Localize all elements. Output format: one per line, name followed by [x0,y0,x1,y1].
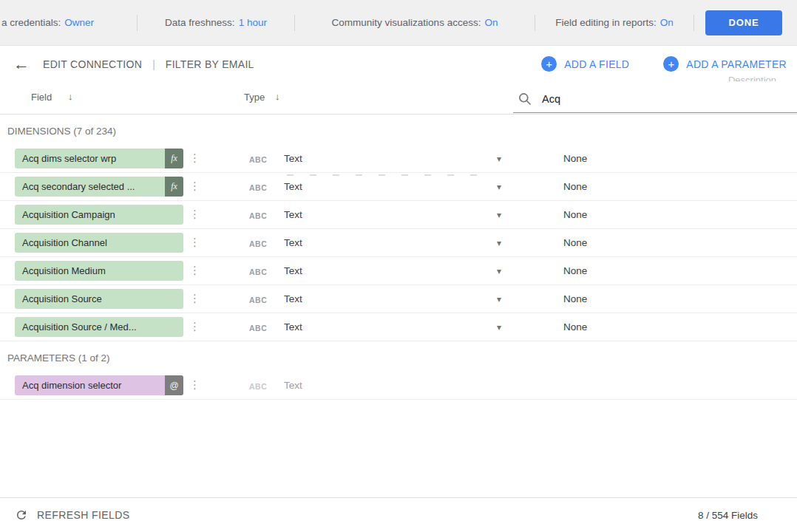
field-name: Acquisition Source / Med... [15,321,183,332]
refresh-icon [15,508,28,522]
field-editing-value[interactable]: On [660,17,674,28]
type-value: Text [284,209,302,220]
field-list: DIMENSIONS (7 of 234) Acq dims selector … [0,115,797,400]
type-dropdown-icon[interactable]: ▾ [497,238,501,248]
done-button[interactable]: DONE [705,10,782,35]
field-row: Acq dims selector wrp fx ⋮ ABC Text ▾ No… [0,145,797,173]
row-menu-icon[interactable]: ⋮ [189,180,200,191]
field-column-header: Field [31,92,52,103]
type-dropdown-icon[interactable]: ▾ [497,210,501,220]
field-name: Acquisition Source [15,293,183,304]
type-column-header: Type [244,92,265,103]
edit-connection-link[interactable]: EDIT CONNECTION [43,58,142,70]
text-type-abc-icon: ABC [249,211,267,220]
aggregation-value: None [563,237,587,248]
credentials-setting[interactable]: a credentials: Owner [0,17,137,28]
data-freshness-setting[interactable]: Data freshness: 1 hour [138,17,294,28]
field-name: Acquisition Channel [15,237,183,248]
add-a-field-button[interactable]: + ADD A FIELD [541,56,629,72]
field-count: 8 / 554 Fields [698,510,758,521]
community-viz-label: Community visualizations access: [332,17,481,28]
type-value: Text [284,321,302,332]
type-value: Text [284,380,302,391]
refresh-fields-label: REFRESH FIELDS [37,509,129,521]
filter-by-email-link[interactable]: FILTER BY EMAIL [166,58,254,70]
search-input[interactable] [542,93,797,105]
parameters-section-title: PARAMETERS (1 of 2) [0,341,797,372]
field-chip[interactable]: Acq secondary selected ... fx [15,177,183,197]
field-chip[interactable]: Acquisition Campaign [15,205,183,225]
type-sort-icon[interactable]: ↓ [275,91,280,102]
type-dropdown-icon[interactable]: ▾ [497,294,501,304]
table-header-row: Field ↓ Type ↓ [0,81,797,115]
community-viz-value[interactable]: On [484,17,498,28]
field-chip[interactable]: Acquisition Medium [15,261,183,281]
search-icon [518,92,532,106]
add-a-parameter-button[interactable]: + ADD A PARAMETER [663,56,787,72]
data-source-editor: a credentials: Owner Data freshness: 1 h… [0,0,797,532]
row-menu-icon[interactable]: ⋮ [189,236,200,248]
toolbar-separator: | [152,58,155,70]
field-editing-setting[interactable]: Field editing in reports: On [535,17,693,28]
type-dropdown-icon[interactable]: ▾ [497,154,501,164]
text-type-abc-icon: ABC [249,239,267,248]
text-type-abc-icon: ABC [249,267,267,276]
field-name: Acq dims selector wrp [15,153,165,164]
text-type-abc-icon: ABC [249,324,267,332]
text-type-abc-icon: ABC [249,183,267,192]
aggregation-value: None [563,265,587,276]
settings-topbar: a credentials: Owner Data freshness: 1 h… [0,0,797,46]
field-name: Acquisition Campaign [15,209,183,220]
field-chip[interactable]: Acquisition Source [15,289,183,309]
parameter-chip[interactable]: Acq dimension selector @ [15,375,183,395]
community-viz-setting[interactable]: Community visualizations access: On [295,17,535,28]
row-menu-icon[interactable]: ⋮ [189,293,200,304]
row-menu-icon[interactable]: ⋮ [189,152,200,163]
topbar-divider [693,15,694,31]
type-value: Text [284,265,302,276]
row-menu-icon[interactable]: ⋮ [189,265,200,276]
type-dropdown-icon[interactable]: ▾ [497,182,501,192]
parameter-name: Acq dimension selector [15,380,165,391]
type-value: Text [284,293,302,304]
data-freshness-label: Data freshness: [165,17,235,28]
field-row: Acquisition Campaign ⋮ ABC Text ▾ None [0,201,797,229]
type-value: Text [284,181,302,192]
field-name: Acquisition Medium [15,265,183,276]
type-value: Text [284,237,302,248]
formula-fx-badge: fx [165,177,183,197]
dimensions-section-title: DIMENSIONS (7 of 234) [0,115,797,145]
parameter-row: Acq dimension selector @ ⋮ ABC Text [0,372,797,400]
back-arrow-icon[interactable]: ← [13,56,30,72]
row-menu-icon[interactable]: ⋮ [189,208,200,219]
credentials-value[interactable]: Owner [64,17,94,28]
aggregation-value: None [563,321,587,332]
connection-toolbar: ← EDIT CONNECTION | FILTER BY EMAIL + AD… [0,47,797,81]
add-a-parameter-label: ADD A PARAMETER [686,58,787,70]
field-chip[interactable]: Acquisition Channel [15,233,183,253]
footer-bar: REFRESH FIELDS 8 / 554 Fields [0,497,797,532]
aggregation-value: None [563,209,587,220]
field-row: Acquisition Channel ⋮ ABC Text ▾ None [0,229,797,257]
field-chip[interactable]: Acquisition Source / Med... [15,317,183,337]
field-row: Acquisition Source ⋮ ABC Text ▾ None [0,285,797,313]
field-row: Acq secondary selected ... fx ⋮ ABC Text… [0,173,797,201]
field-sort-icon[interactable]: ↓ [68,91,73,102]
aggregation-value: None [563,293,587,304]
field-chip[interactable]: Acq dims selector wrp fx [15,149,183,168]
refresh-fields-button[interactable]: REFRESH FIELDS [15,508,129,522]
data-freshness-value[interactable]: 1 hour [239,17,267,28]
aggregation-value: None [563,153,587,164]
text-type-abc-icon: ABC [249,382,267,391]
credentials-label: a credentials: [1,17,61,28]
formula-fx-badge: fx [165,149,183,168]
type-value: Text [284,153,302,164]
type-dropdown-icon[interactable]: ▾ [497,322,501,332]
type-dropdown-icon[interactable]: ▾ [497,266,501,276]
add-buttons: + ADD A FIELD + ADD A PARAMETER [541,56,787,72]
row-menu-icon[interactable]: ⋮ [189,321,200,332]
row-menu-icon[interactable]: ⋮ [189,379,200,390]
aggregation-value: None [563,181,587,192]
field-search[interactable] [513,86,797,113]
field-editing-label: Field editing in reports: [555,17,657,28]
